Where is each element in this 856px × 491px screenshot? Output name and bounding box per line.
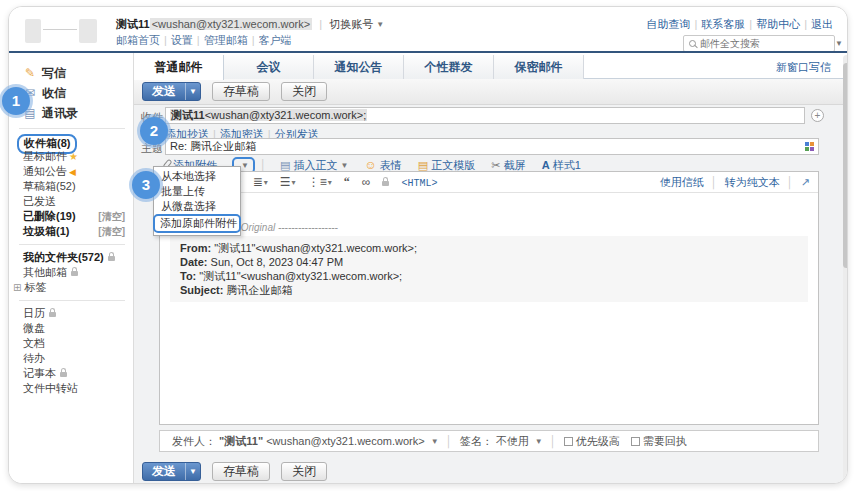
- header-divider: [9, 51, 847, 53]
- to-plain-text-link[interactable]: 转为纯文本: [725, 176, 780, 188]
- signature-label: 签名：: [460, 435, 493, 447]
- sidebar-item-spam[interactable]: 垃圾箱(1)[清空]: [23, 224, 133, 239]
- lock-icon: [71, 271, 78, 276]
- close-button[interactable]: 关闭: [281, 82, 327, 101]
- contact-support-link[interactable]: 联系客服: [701, 18, 745, 30]
- receipt-checkbox[interactable]: [631, 437, 640, 446]
- tab-normal-mail[interactable]: 普通邮件: [134, 55, 224, 80]
- to-input[interactable]: 测试11<wushan@xty321.wecom.work>;: [165, 107, 805, 124]
- tab-confidential-mail[interactable]: 保密邮件: [494, 55, 584, 79]
- sidebar-item-file-transfer[interactable]: 文件中转站: [23, 381, 133, 396]
- menu-item-from-drive[interactable]: 从微盘选择: [154, 199, 240, 214]
- sidebar-item-sent[interactable]: 已发送: [23, 194, 133, 209]
- self-query-link[interactable]: 自助查询: [646, 18, 690, 30]
- nav-client[interactable]: 客户端: [259, 34, 292, 46]
- menu-item-local-select[interactable]: 从本地选择: [154, 169, 240, 184]
- emoji-button[interactable]: ☺ 表情: [364, 159, 401, 171]
- add-contact-icon[interactable]: +: [811, 109, 824, 122]
- save-draft-button[interactable]: 存草稿: [212, 82, 270, 101]
- body-template-button[interactable]: ▤ 正文模版: [418, 159, 475, 171]
- sidebar-item-tags[interactable]: ⊞标签: [13, 280, 133, 295]
- recipient-chip[interactable]: 测试11<wushan@xty321.wecom.work>;: [170, 109, 367, 121]
- list-button[interactable]: ☰▾: [280, 175, 296, 189]
- contacts-button[interactable]: ▤通讯录: [23, 103, 133, 123]
- logo-scribble: [43, 29, 77, 30]
- sidebar-item-other-mailbox[interactable]: 其他邮箱: [23, 265, 133, 280]
- new-window-compose-link[interactable]: 新窗口写信: [776, 60, 831, 75]
- send-button-bottom[interactable]: 发送▼: [142, 462, 201, 481]
- send-options-chevron-icon[interactable]: ▼: [185, 83, 200, 100]
- sidebar-item-starred[interactable]: 星标邮件★: [23, 149, 133, 164]
- sidebar-item-inbox[interactable]: 收件箱(8): [23, 134, 133, 149]
- sidebar-item-deleted[interactable]: 已删除(19)[清空]: [23, 209, 133, 224]
- editor-area[interactable]: TT▾ A▾ ▦▾ ≣▾ ☰▾ ⋮≡▾ “ ∞ <HTML> 使用信纸 │ 转为…: [159, 171, 819, 425]
- use-stationery-link[interactable]: 使用信纸: [660, 176, 704, 188]
- lock-button[interactable]: [382, 175, 389, 189]
- save-draft-button-bottom[interactable]: 存草稿: [212, 462, 270, 481]
- scrollbar-thumb[interactable]: [843, 63, 848, 268]
- html-mode-button[interactable]: <HTML>: [402, 178, 438, 189]
- sidebar-item-calendar[interactable]: 日历: [23, 306, 133, 321]
- editor-toolbar: TT▾ A▾ ▦▾ ≣▾ ☰▾ ⋮≡▾ “ ∞ <HTML> 使用信纸 │ 转为…: [160, 172, 818, 193]
- signature-value[interactable]: 不使用: [496, 435, 529, 447]
- sidebar-item-notes[interactable]: 记事本: [23, 366, 133, 381]
- priority-checkbox[interactable]: [564, 437, 573, 446]
- sidebar-item-drafts[interactable]: 草稿箱(52): [23, 179, 133, 194]
- empty-spam-link[interactable]: [清空]: [98, 224, 125, 239]
- mail-search-box[interactable]: ▼: [683, 35, 835, 52]
- menu-item-add-original-attachment[interactable]: 添加原邮件附件: [153, 214, 241, 233]
- send-options-chevron-icon[interactable]: ▼: [185, 463, 200, 480]
- send-button[interactable]: 发送▼: [142, 82, 201, 101]
- sidebar-item-drive[interactable]: 微盘: [23, 321, 133, 336]
- account-email: <wushan@xty321.wecom.work>: [150, 18, 313, 30]
- switch-account-link[interactable]: 切换账号: [329, 18, 373, 30]
- align-button[interactable]: ≣▾: [253, 175, 268, 189]
- step-2-annotation: 2: [140, 117, 168, 145]
- star-icon: ★: [69, 151, 78, 162]
- indent-button[interactable]: ⋮≡▾: [308, 175, 332, 189]
- signature-chevron-icon[interactable]: ▼: [535, 432, 543, 452]
- link-button[interactable]: ∞: [362, 175, 371, 189]
- account-info: 测试11<wushan@xty321.wecom.work> | 切换账号▼: [116, 17, 384, 32]
- expand-icon[interactable]: ⊞: [13, 282, 21, 293]
- scrollbar-track[interactable]: [843, 55, 848, 482]
- label-grid-icon[interactable]: [805, 142, 814, 151]
- step-1-annotation: 1: [2, 87, 30, 115]
- style-a-icon: A: [542, 159, 550, 171]
- search-scope-chevron-icon[interactable]: ▼: [835, 39, 843, 48]
- horn-icon: ◀: [69, 167, 76, 177]
- quote-date-line: Date: Sun, Oct 8, 2023 04:47 PM: [180, 255, 798, 269]
- style-button[interactable]: A 样式1: [542, 159, 581, 171]
- nav-mail-home[interactable]: 邮箱首页: [116, 34, 160, 46]
- logo-placeholder: [25, 19, 41, 43]
- quote-from-line: From: "测试11"<wushan@xty321.wecom.work>;: [180, 241, 798, 255]
- quote-button[interactable]: “: [344, 175, 350, 189]
- from-chevron-icon[interactable]: ▼: [431, 432, 439, 452]
- tab-announcement[interactable]: 通知公告: [314, 55, 404, 79]
- help-center-link[interactable]: 帮助中心: [756, 18, 800, 30]
- subject-input[interactable]: Re: 腾讯企业邮箱: [165, 138, 819, 155]
- compose-button[interactable]: ✎写信: [23, 63, 133, 83]
- nav-manage-mail[interactable]: 管理邮箱: [204, 34, 248, 46]
- insert-body-button[interactable]: ▤ 插入正文▼: [280, 159, 348, 171]
- sidebar-item-my-folders[interactable]: 我的文件夹(572): [23, 250, 133, 265]
- sidebar-item-docs[interactable]: 文档: [23, 336, 133, 351]
- screenshot-button[interactable]: ✂ 截屏: [491, 159, 525, 171]
- empty-deleted-link[interactable]: [清空]: [98, 209, 125, 224]
- template-icon: ▤: [418, 159, 428, 171]
- nav-settings[interactable]: 设置: [171, 34, 193, 46]
- search-input[interactable]: [700, 38, 832, 49]
- mail-app-window: 测试11<wushan@xty321.wecom.work> | 切换账号▼ 邮…: [8, 6, 848, 484]
- sidebar-item-announcements[interactable]: 通知公告◀: [23, 164, 133, 179]
- sidebar-item-todo[interactable]: 待办: [23, 351, 133, 366]
- tab-personalized-mass-send[interactable]: 个性群发: [404, 55, 494, 79]
- expand-editor-icon[interactable]: ↗: [801, 176, 810, 188]
- attachment-chevron-icon[interactable]: ▼: [241, 161, 249, 170]
- receive-button[interactable]: ✉收信: [23, 83, 133, 103]
- logout-link[interactable]: 退出: [811, 18, 833, 30]
- close-button-bottom[interactable]: 关闭: [281, 462, 327, 481]
- divider: [19, 128, 125, 129]
- quote-subject-line: Subject: 腾讯企业邮箱: [180, 283, 798, 297]
- menu-item-batch-upload[interactable]: 批量上传: [154, 184, 240, 199]
- tab-meeting[interactable]: 会议: [224, 55, 314, 79]
